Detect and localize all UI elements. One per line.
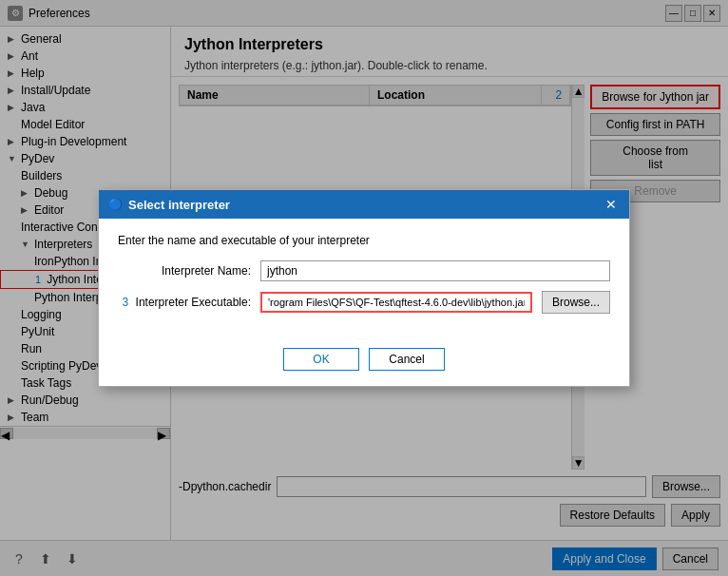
interpreter-executable-field: 3 Interpreter Executable: Browse... <box>118 291 610 314</box>
dialog-footer: OK Cancel <box>99 338 629 386</box>
dialog-icon: 🔵 <box>108 198 123 211</box>
dialog-ok-button[interactable]: OK <box>283 348 359 371</box>
dialog-overlay: 🔵 Select interpreter ✕ Enter the name an… <box>0 0 728 576</box>
dialog-titlebar: 🔵 Select interpreter ✕ <box>99 190 629 219</box>
dialog-titlebar-left: 🔵 Select interpreter <box>108 198 230 212</box>
interpreter-executable-input[interactable] <box>260 292 532 313</box>
interpreter-executable-label: 3 Interpreter Executable: <box>118 296 251 309</box>
executable-browse-button[interactable]: Browse... <box>542 291 610 314</box>
interpreter-name-field: Interpreter Name: <box>118 260 610 281</box>
interpreter-name-label: Interpreter Name: <box>118 264 251 278</box>
interpreter-name-input[interactable] <box>260 260 610 281</box>
step3-badge: 3 <box>123 296 129 309</box>
select-interpreter-dialog: 🔵 Select interpreter ✕ Enter the name an… <box>98 189 630 387</box>
dialog-description: Enter the name and executable of your in… <box>118 234 610 247</box>
dialog-title: Select interpreter <box>128 198 230 212</box>
dialog-cancel-button[interactable]: Cancel <box>369 348 445 371</box>
dialog-close-button[interactable]: ✕ <box>603 196 620 213</box>
dialog-body: Enter the name and executable of your in… <box>99 219 629 338</box>
executable-label-text: Interpreter Executable: <box>136 296 251 309</box>
